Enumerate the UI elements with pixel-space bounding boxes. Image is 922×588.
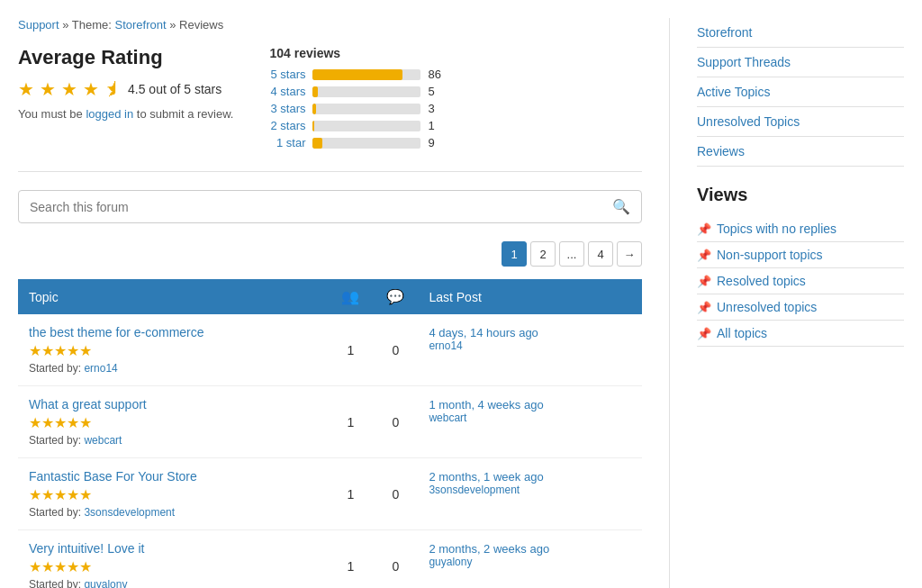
topic-stars: ★★★★★ (29, 558, 317, 575)
topic-author[interactable]: guyalony (84, 578, 127, 588)
bar-track (312, 104, 420, 114)
started-by-label: Started by: (29, 434, 81, 447)
views-section-title: Views (697, 185, 904, 205)
bar-row: 1 star 9 (269, 136, 449, 149)
pin-icon: 📌 (697, 222, 711, 236)
sidebar-link[interactable]: Active Topics (697, 77, 904, 107)
bar-label[interactable]: 4 stars (269, 85, 305, 98)
col-topic: Topic (18, 279, 328, 314)
topic-link[interactable]: Very intuitive! Love it (29, 541, 144, 556)
main-content: Support » Theme: Storefront » Reviews Av… (18, 18, 670, 588)
search-input[interactable] (30, 200, 612, 214)
login-link[interactable]: logged in (86, 107, 133, 121)
last-post-time[interactable]: 2 months, 1 week ago (429, 470, 543, 484)
bar-label[interactable]: 2 stars (269, 119, 305, 132)
last-post-cell: 2 months, 2 weeks ago guyalony (418, 530, 642, 589)
bar-label[interactable]: 1 star (269, 136, 305, 149)
topic-star: ★ (67, 343, 79, 358)
topic-author[interactable]: erno14 (84, 362, 117, 375)
bar-fill (312, 69, 402, 80)
divider (18, 171, 642, 172)
topic-star: ★ (79, 415, 92, 430)
voices-icon: 👥 (341, 289, 359, 304)
bar-track (312, 86, 420, 97)
topic-title: Fantastic Base For Your Store (29, 469, 317, 484)
sidebar-view-label: Resolved topics (717, 274, 806, 288)
sidebar-view-label: Unresolved topics (717, 300, 817, 314)
topic-meta: Started by: guyalony (29, 578, 317, 588)
topic-star: ★ (79, 343, 92, 358)
replies-cell: 0 (373, 530, 418, 589)
bar-count: 86 (428, 68, 446, 81)
star-half: ⯨ (104, 79, 122, 100)
search-container: 🔍 (18, 190, 642, 223)
bar-fill (312, 138, 322, 149)
bar-label[interactable]: 5 stars (269, 68, 305, 81)
login-prompt: You must be logged in to submit a review… (18, 107, 233, 121)
topic-star: ★ (41, 487, 54, 502)
breadcrumb-storefront[interactable]: Storefront (115, 18, 167, 32)
rating-bars: 104 reviews 5 stars 86 4 stars 5 3 stars… (269, 46, 449, 153)
sidebar-view-item[interactable]: 📌Unresolved topics (697, 294, 904, 321)
sidebar-view-item[interactable]: 📌Non-support topics (697, 242, 904, 268)
page-button[interactable]: ... (559, 241, 584, 267)
sidebar-link[interactable]: Support Threads (697, 48, 904, 77)
topic-star: ★ (54, 559, 67, 574)
page-button[interactable]: 1 (502, 241, 527, 267)
sidebar-view-item[interactable]: 📌Resolved topics (697, 268, 904, 294)
rating-section: Average Rating ★ ★ ★ ★ ⯨ 4.5 out of 5 st… (18, 46, 642, 153)
sidebar-view-label: Topics with no replies (717, 222, 836, 236)
next-page-button[interactable]: → (617, 241, 642, 267)
breadcrumb-support[interactable]: Support (18, 18, 59, 32)
topic-link[interactable]: What a great support (29, 397, 147, 412)
breadcrumb: Support » Theme: Storefront » Reviews (18, 18, 642, 32)
rating-left: Average Rating ★ ★ ★ ★ ⯨ 4.5 out of 5 st… (18, 46, 233, 121)
search-button[interactable]: 🔍 (612, 198, 630, 215)
topic-link[interactable]: Fantastic Base For Your Store (29, 469, 197, 484)
page-title: Average Rating (18, 46, 233, 69)
last-post-time[interactable]: 1 month, 4 weeks ago (429, 398, 543, 412)
bar-track (312, 121, 420, 131)
topic-link[interactable]: the best theme for e-commerce (29, 325, 204, 339)
topic-star: ★ (67, 415, 79, 430)
topic-star: ★ (54, 343, 67, 358)
topic-title: Very intuitive! Love it (29, 541, 317, 556)
topic-meta: Started by: 3sonsdevelopment (29, 506, 317, 519)
sidebar-top-links: StorefrontSupport ThreadsActive TopicsUn… (697, 18, 904, 167)
table-row: Very intuitive! Love it ★★★★★ Started by… (18, 530, 642, 589)
topic-star: ★ (41, 343, 54, 358)
last-post-time[interactable]: 2 months, 2 weeks ago (429, 542, 549, 556)
sidebar-link[interactable]: Unresolved Topics (697, 107, 904, 137)
topic-star: ★ (79, 559, 92, 574)
last-post-author[interactable]: erno14 (429, 339, 631, 352)
reviews-count: 104 reviews (269, 46, 449, 60)
star-4: ★ (83, 78, 99, 100)
sidebar-view-item[interactable]: 📌Topics with no replies (697, 216, 904, 242)
last-post-author[interactable]: guyalony (429, 556, 631, 568)
bar-count: 1 (428, 119, 446, 132)
sidebar-view-item[interactable]: 📌All topics (697, 321, 904, 347)
col-voices: 👥 (328, 279, 373, 314)
topic-star: ★ (29, 559, 41, 574)
page-button[interactable]: 4 (588, 241, 613, 267)
sidebar-link[interactable]: Reviews (697, 137, 904, 167)
bar-fill (312, 121, 313, 131)
topic-cell: What a great support ★★★★★ Started by: w… (18, 386, 328, 458)
last-post-cell: 2 months, 1 week ago 3sonsdevelopment (418, 458, 642, 530)
topic-cell: Fantastic Base For Your Store ★★★★★ Star… (18, 458, 328, 530)
table-row: Fantastic Base For Your Store ★★★★★ Star… (18, 458, 642, 530)
stars-row: ★ ★ ★ ★ ⯨ 4.5 out of 5 stars (18, 78, 233, 100)
col-replies: 💬 (373, 279, 418, 314)
bar-row: 4 stars 5 (269, 85, 449, 98)
last-post-author[interactable]: 3sonsdevelopment (429, 484, 631, 496)
topic-author[interactable]: webcart (84, 434, 122, 447)
last-post-author[interactable]: webcart (429, 412, 631, 424)
replies-cell: 0 (373, 314, 418, 386)
topics-table: Topic 👥 💬 Last Post the best theme (18, 279, 642, 588)
bar-count: 3 (428, 102, 446, 115)
last-post-time[interactable]: 4 days, 14 hours ago (429, 326, 538, 339)
bar-label[interactable]: 3 stars (269, 102, 305, 115)
page-button[interactable]: 2 (530, 241, 556, 267)
topic-author[interactable]: 3sonsdevelopment (84, 506, 175, 519)
sidebar-link[interactable]: Storefront (697, 18, 904, 48)
